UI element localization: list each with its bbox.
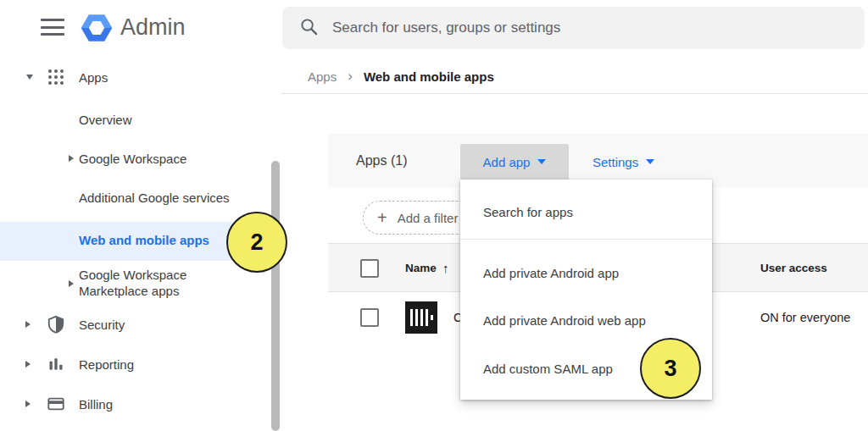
- sidebar-item-label: Google Workspace: [79, 152, 186, 166]
- sidebar-item-marketplace-apps[interactable]: Google Workspace Marketplace apps: [0, 263, 263, 304]
- add-app-button[interactable]: Add app: [460, 144, 569, 180]
- chevron-right-icon[interactable]: [25, 321, 31, 328]
- column-header-name[interactable]: Name: [405, 244, 437, 292]
- user-access-cell: ON for everyone: [760, 292, 850, 343]
- menu-item-add-private-android-web-app[interactable]: Add private Android web app: [483, 308, 646, 332]
- sidebar-item-label: Web and mobile apps: [79, 233, 209, 247]
- chevron-down-icon: [537, 159, 546, 164]
- sidebar-item-label: Billing: [79, 397, 113, 412]
- sidebar-item-google-workspace[interactable]: Google Workspace: [0, 146, 263, 170]
- brand-title: Admin: [120, 14, 186, 41]
- chevron-right-icon[interactable]: [69, 155, 74, 162]
- breadcrumb-apps-link[interactable]: Apps: [308, 69, 337, 84]
- sidebar-item-label: Additional Google services: [79, 191, 230, 205]
- sidebar-item-web-and-mobile-apps[interactable]: Web and mobile apps: [0, 222, 254, 261]
- chevron-down-icon: [646, 159, 654, 164]
- menu-item-add-custom-saml-app[interactable]: Add custom SAML app: [483, 356, 613, 380]
- sidebar-item-apps[interactable]: Apps: [0, 65, 263, 89]
- search-icon: [299, 17, 319, 40]
- sidebar-scrollbar[interactable]: [271, 161, 280, 431]
- add-filter-label: Add a filter: [398, 211, 459, 225]
- settings-button[interactable]: Settings: [593, 144, 654, 180]
- chevron-right-icon[interactable]: [25, 361, 31, 367]
- sidebar-item-label: Reporting: [79, 357, 134, 372]
- apps-count-label: Apps (1): [356, 134, 407, 187]
- sidebar-item-security[interactable]: Security: [0, 312, 263, 336]
- chevron-down-icon[interactable]: [26, 75, 33, 80]
- google-admin-logo-icon: [78, 9, 115, 50]
- breadcrumb-current: Web and mobile apps: [364, 69, 494, 84]
- column-header-user-access[interactable]: User access: [760, 244, 827, 292]
- menu-item-search-for-apps[interactable]: Search for apps: [483, 200, 573, 224]
- plus-icon: +: [377, 209, 387, 226]
- menu-hamburger-icon[interactable]: [41, 19, 64, 36]
- sidebar-item-reporting[interactable]: Reporting: [0, 352, 263, 376]
- apps-grid-icon: [48, 69, 64, 85]
- app-logo-icon: [405, 301, 437, 334]
- chevron-right-icon[interactable]: [25, 401, 31, 407]
- add-app-button-label: Add app: [483, 155, 531, 169]
- breadcrumb: Apps › Web and mobile apps: [308, 66, 494, 86]
- bar-chart-icon: [47, 356, 64, 376]
- sort-ascending-icon[interactable]: ↑: [442, 244, 449, 292]
- annotation-step-3-badge: 3: [640, 338, 701, 399]
- search-input[interactable]: [332, 19, 865, 36]
- sidebar-item-label: Google Workspace Marketplace apps: [79, 267, 208, 299]
- sidebar-item-label: Apps: [79, 70, 108, 85]
- chevron-right-icon[interactable]: [69, 280, 74, 287]
- sidebar-item-additional-google-services[interactable]: Additional Google services: [79, 185, 230, 209]
- row-checkbox[interactable]: [360, 308, 379, 327]
- sidebar-item-label: Overview: [79, 113, 132, 127]
- admin-console-screen: Admin Apps Overview Google Workspace Add…: [0, 0, 868, 431]
- breadcrumb-separator-icon: ›: [348, 68, 353, 85]
- shield-icon: [47, 315, 65, 337]
- select-all-checkbox[interactable]: [360, 259, 379, 278]
- menu-divider: [460, 239, 712, 240]
- sidebar-item-label: Security: [79, 318, 125, 332]
- menu-item-add-private-android-app[interactable]: Add private Android app: [483, 261, 619, 285]
- global-search-bar[interactable]: [282, 7, 865, 49]
- sidebar-item-billing[interactable]: Billing: [0, 392, 263, 416]
- breadcrumb-divider: [281, 93, 868, 94]
- credit-card-icon: [47, 395, 65, 417]
- sidebar-item-overview[interactable]: Overview: [79, 108, 132, 131]
- settings-button-label: Settings: [593, 155, 638, 169]
- annotation-step-2-badge: 2: [226, 212, 287, 273]
